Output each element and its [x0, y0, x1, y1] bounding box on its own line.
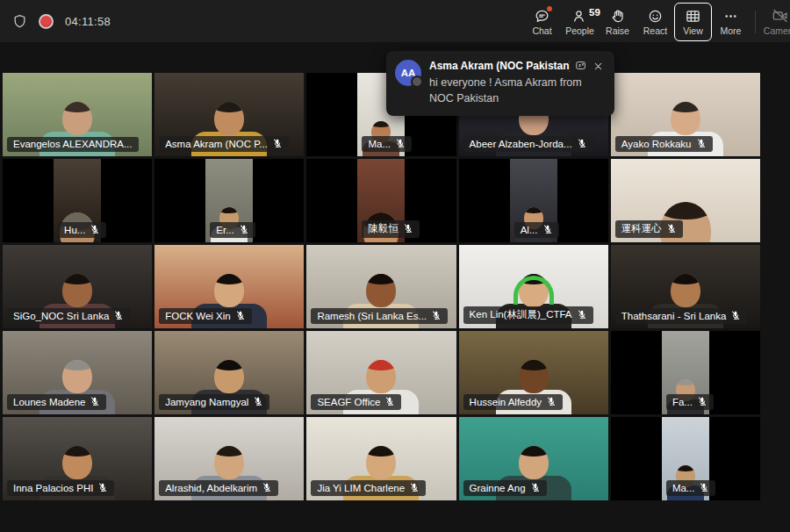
participant-video: Ma...: [662, 417, 709, 500]
mic-off-icon: [697, 396, 707, 407]
participant-tile[interactable]: SEAGF Office: [306, 331, 456, 414]
name-label: Abeer Alzaben-Jorda...: [463, 136, 593, 152]
name-label: Lounes Madene: [7, 394, 106, 410]
participant-tile[interactable]: Er...: [154, 159, 304, 242]
notification-body: Asma Akram (NOC Pakistan) (Unv... hi eve…: [429, 60, 604, 106]
participant-video: Inna Palacios PHI: [3, 417, 152, 500]
close-icon[interactable]: [592, 61, 604, 72]
notification-sender: Asma Akram (NOC Pakistan) (Unv...: [429, 60, 570, 72]
raise-button[interactable]: Raise: [599, 3, 636, 41]
name-label: Grainne Ang: [463, 480, 547, 496]
chat-icon: [535, 8, 549, 24]
participant-video: Er...: [205, 159, 253, 242]
participant-tile[interactable]: Ma...: [611, 417, 760, 500]
person-head: [519, 360, 549, 393]
raise-icon: [610, 8, 625, 24]
participant-tile[interactable]: Lounes Madene: [3, 331, 152, 414]
participant-tile[interactable]: 陳毅恒: [306, 159, 456, 242]
recording-indicator-icon: [39, 14, 54, 29]
participant-name: Ma...: [368, 139, 391, 149]
mic-off-icon: [577, 309, 587, 320]
participant-video: 陳毅恒: [357, 159, 405, 242]
participant-name: Hussein Alfeddy: [470, 397, 542, 407]
chat-notification[interactable]: AA Asma Akram (NOC Pakistan) (Unv... hi …: [386, 51, 614, 116]
toolbar-separator: [755, 11, 756, 33]
participant-name: SiGo_NOC Sri Lanka: [13, 311, 109, 321]
participant-tile[interactable]: Thathsarani - Sri Lanka: [611, 245, 760, 328]
participant-tile[interactable]: Inna Palacios PHI: [3, 417, 152, 500]
notification-dot: [547, 6, 552, 11]
person-head: [366, 446, 396, 479]
participant-tile[interactable]: Fa...: [611, 331, 760, 414]
person-head: [62, 446, 92, 479]
camera-button[interactable]: Camera: [761, 3, 790, 41]
button-label: People: [565, 25, 594, 36]
participant-name: Inna Palacios PHI: [13, 483, 93, 493]
person-head: [366, 274, 396, 307]
mic-off-icon: [239, 224, 249, 235]
participant-video: Jia Yi LIM Charlene: [306, 417, 456, 500]
name-label: Thathsarani - Sri Lanka: [615, 308, 748, 324]
people-button[interactable]: 59People: [561, 3, 599, 41]
participant-name: Jia Yi LIM Charlene: [317, 483, 405, 493]
participant-name: Alrashid, Abdelkarim: [165, 483, 257, 493]
name-label: Al...: [514, 222, 559, 238]
participant-tile[interactable]: Ramesh (Sri Lanka Es...: [306, 245, 456, 328]
react-button[interactable]: React: [636, 3, 674, 41]
button-label: Raise: [606, 25, 629, 36]
name-label: Inna Palacios PHI: [7, 480, 114, 496]
name-label: Ayako Rokkaku: [615, 136, 713, 152]
participant-video: Jamyang Namgyal: [154, 331, 304, 414]
participant-name: Fa...: [672, 397, 693, 407]
participant-name: Lounes Madene: [13, 397, 85, 407]
participant-tile[interactable]: FOCK Wei Xin: [154, 245, 304, 328]
participant-tile[interactable]: Jamyang Namgyal: [154, 331, 304, 414]
name-label: Ma...: [362, 136, 412, 152]
name-label: Hu...: [58, 222, 106, 238]
participant-video: 運科運心: [611, 159, 760, 242]
name-label: Er...: [210, 222, 255, 238]
participant-tile[interactable]: Asma Akram (NOC P...: [154, 73, 304, 156]
chat-button[interactable]: Chat: [523, 3, 561, 41]
participant-tile[interactable]: Evangelos ALEXANDRA...: [3, 73, 152, 156]
person-head: [214, 274, 244, 307]
participant-name: Abeer Alzaben-Jorda...: [470, 139, 572, 149]
participant-tile[interactable]: Alrashid, Abdelkarim: [154, 417, 304, 500]
participant-tile[interactable]: Al...: [459, 159, 608, 242]
participant-tile[interactable]: Ken Lin(林訓晨)_CTFA: [459, 245, 608, 328]
participant-video: FOCK Wei Xin: [154, 245, 304, 328]
participant-tile[interactable]: Hu...: [3, 159, 152, 242]
participant-tile[interactable]: Ayako Rokkaku: [611, 73, 760, 156]
participant-name: Er...: [216, 225, 233, 235]
person-head: [214, 446, 244, 479]
headphones: [514, 276, 554, 305]
participant-tile[interactable]: 運科運心: [611, 159, 760, 242]
meeting-timer: 04:11:58: [65, 15, 111, 28]
participant-video: Thathsarani - Sri Lanka: [611, 245, 760, 328]
name-label: FOCK Wei Xin: [159, 308, 252, 324]
participant-tile[interactable]: Jia Yi LIM Charlene: [306, 417, 456, 500]
participant-name: Ramesh (Sri Lanka Es...: [317, 311, 427, 321]
person-head: [519, 446, 549, 479]
participant-tile[interactable]: Grainne Ang: [459, 417, 608, 500]
name-label: 運科運心: [615, 220, 683, 238]
participant-video: Alrashid, Abdelkarim: [154, 417, 304, 500]
participant-video: SiGo_NOC Sri Lanka: [3, 245, 152, 328]
button-label: View: [683, 25, 703, 36]
view-button[interactable]: View: [674, 3, 712, 41]
participant-tile[interactable]: Hussein Alfeddy: [459, 331, 608, 414]
more-button[interactable]: More: [712, 3, 750, 41]
presence-dot-icon: [411, 75, 423, 88]
mic-off-icon: [546, 396, 557, 407]
name-label: SEAGF Office: [311, 394, 401, 410]
avatar: AA: [395, 60, 421, 86]
mic-off-icon: [403, 223, 413, 234]
view-icon: [686, 8, 700, 24]
name-label: Hussein Alfeddy: [463, 394, 563, 410]
name-label: Ken Lin(林訓晨)_CTFA: [463, 306, 593, 324]
participant-tile[interactable]: SiGo_NOC Sri Lanka: [3, 245, 152, 328]
mic-off-icon: [90, 224, 100, 235]
participant-video: Hussein Alfeddy: [459, 331, 608, 414]
mic-off-icon: [730, 310, 741, 321]
mute-notifications-icon[interactable]: [575, 60, 587, 72]
